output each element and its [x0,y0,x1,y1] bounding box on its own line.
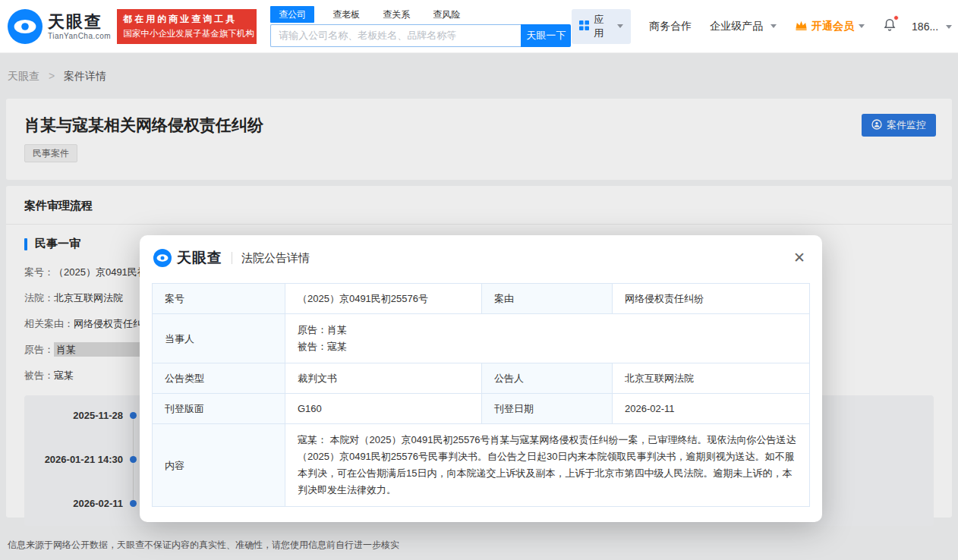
logo-text-cn: 天眼查 [48,12,111,32]
nav-apps-label: 应用 [594,13,613,40]
cell-page-label: 刊登版面 [153,394,285,424]
table-row: 内容 寇某： 本院对（2025）京0491民初25576号肖某与寇某网络侵权责任… [153,424,810,507]
cell-type-value: 裁判文书 [285,363,482,394]
header-nav: 应用 商务合作 企业级产品 开通会员 1 [572,9,952,44]
chevron-down-icon [946,25,952,29]
tianyancha-eye-icon [8,9,43,44]
table-row: 刊登版面 G160 刊登日期 2026-02-11 [153,394,810,424]
modal-header-divider [232,252,232,264]
table-row: 案号 （2025）京0491民初25576号 案由 网络侵权责任纠纷 [153,284,810,314]
cell-pub-date-label: 刊登日期 [482,394,613,424]
nav-account[interactable]: 186... [912,20,952,33]
promo-line2: 国家中小企业发展子基金旗下机构 [123,27,251,40]
promo-line1: 都在用的商业查询工具 [123,12,251,27]
nav-apps-button[interactable]: 应用 [572,9,631,44]
close-icon[interactable]: ✕ [789,249,810,267]
cell-announcer-label: 公告人 [482,363,613,394]
tab-search-boss[interactable]: 查老板 [332,8,360,21]
chevron-down-icon [617,24,623,28]
chevron-down-icon [859,24,865,28]
announcement-table: 案号 （2025）京0491民初25576号 案由 网络侵权责任纠纷 当事人 原… [152,283,810,507]
search-area: 查公司 查老板 查关系 查风险 天眼一下 [270,6,572,47]
search-box: 天眼一下 [270,24,572,47]
tab-search-company[interactable]: 查公司 [270,6,314,23]
cell-parties-label: 当事人 [153,314,285,363]
tianyancha-logo[interactable]: 天眼查 TianYanCha.com [8,9,111,44]
modal-title: 法院公告详情 [241,251,310,266]
notification-bell-button[interactable] [883,17,897,35]
nav-vip-label: 开通会员 [811,20,854,33]
tianyancha-eye-icon [153,249,172,267]
cell-pub-date-value: 2026-02-11 [613,394,810,424]
nav-account-label: 186... [912,20,938,33]
cell-case-no-label: 案号 [153,284,285,314]
cell-cause-value: 网络侵权责任纠纷 [613,284,810,314]
parties-plaintiff: 原告：肖某 [298,322,797,338]
search-tabs: 查公司 查老板 查关系 查风险 [270,6,572,23]
search-input[interactable] [270,24,521,47]
cell-page-value: G160 [285,394,482,424]
notification-dot [893,15,899,20]
crown-icon [795,20,811,33]
cell-content-label: 内容 [153,424,285,507]
nav-enterprise[interactable]: 企业级产品 [710,20,777,33]
logo-text: 天眼查 TianYanCha.com [48,12,111,41]
tab-search-risk[interactable]: 查风险 [433,8,460,21]
modal-dialog: 天眼查 法院公告详情 ✕ 案号 （2025）京0491民初25576号 案由 网… [140,235,822,522]
modal-header: 天眼查 法院公告详情 ✕ [140,235,822,278]
cell-content-value: 寇某： 本院对（2025）京0491民初25576号肖某与寇某网络侵权责任纠纷一… [285,424,810,507]
table-row: 当事人 原告：肖某 被告：寇某 [153,314,810,363]
court-announcement-modal: 天眼查 法院公告详情 ✕ 案号 （2025）京0491民初25576号 案由 网… [140,235,822,522]
cell-cause-label: 案由 [482,284,613,314]
cell-announcer-value: 北京互联网法院 [613,363,810,394]
page: 天眼查 TianYanCha.com 都在用的商业查询工具 国家中小企业发展子基… [0,0,958,560]
nav-cooperation[interactable]: 商务合作 [649,20,692,33]
nav-enterprise-label: 企业级产品 [710,20,763,32]
tab-search-relation[interactable]: 查关系 [383,8,410,21]
logo-text-en: TianYanCha.com [48,32,111,41]
nav-vip-button[interactable]: 开通会员 [795,20,865,33]
cell-parties-value: 原告：肖某 被告：寇某 [285,314,810,363]
search-button[interactable]: 天眼一下 [521,24,571,47]
top-header: 天眼查 TianYanCha.com 都在用的商业查询工具 国家中小企业发展子基… [0,0,958,53]
table-row: 公告类型 裁判文书 公告人 北京互联网法院 [153,363,810,394]
apps-grid-icon [579,20,594,33]
chevron-down-icon [770,24,777,28]
cell-case-no-value: （2025）京0491民初25576号 [285,284,482,314]
parties-defendant: 被告：寇某 [298,338,797,355]
promo-badge[interactable]: 都在用的商业查询工具 国家中小企业发展子基金旗下机构 [117,9,257,44]
modal-brand-text: 天眼查 [177,248,222,268]
cell-type-label: 公告类型 [153,363,285,394]
